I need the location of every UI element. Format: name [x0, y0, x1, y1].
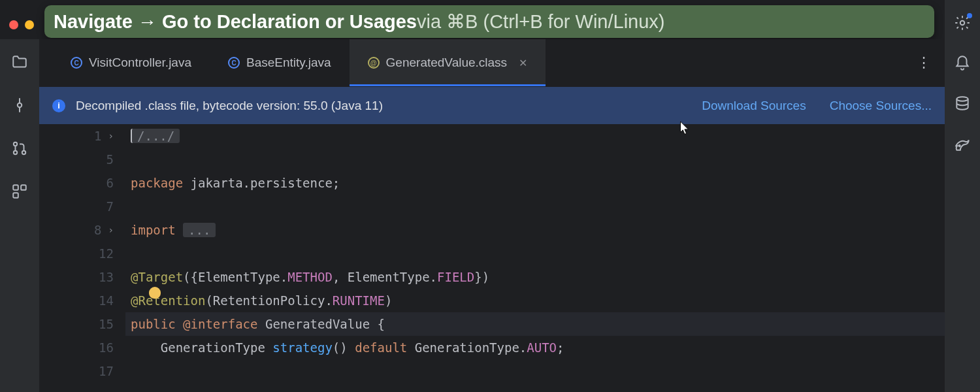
tab-overflow-menu-icon[interactable]: ⋮	[917, 54, 932, 71]
project-tool-icon[interactable]	[11, 54, 28, 71]
svg-point-9	[959, 145, 960, 146]
choose-sources-link[interactable]: Choose Sources...	[830, 99, 932, 113]
minimize-window-icon[interactable]	[25, 20, 34, 29]
window-controls[interactable]	[9, 20, 50, 29]
settings-gear-icon[interactable]	[954, 14, 971, 31]
line-number: 17	[99, 359, 114, 383]
line-number: 13	[99, 265, 114, 289]
svg-point-1	[14, 142, 17, 146]
commit-tool-icon[interactable]	[11, 97, 28, 114]
editor-tabs: C VisitController.java C BaseEntity.java…	[39, 39, 945, 86]
gradle-tool-icon[interactable]	[954, 136, 971, 153]
svg-point-7	[960, 21, 965, 25]
svg-point-0	[18, 103, 22, 108]
svg-rect-4	[13, 185, 18, 190]
folded-region[interactable]: ...	[183, 223, 216, 237]
decompiled-info-bar: i Decompiled .class file, bytecode versi…	[39, 86, 945, 124]
close-tab-icon[interactable]: ✕	[519, 57, 527, 69]
intention-bulb-icon[interactable]	[149, 287, 161, 299]
svg-point-8	[956, 97, 968, 101]
svg-point-3	[22, 151, 25, 154]
line-number: 6	[106, 171, 114, 195]
svg-point-2	[14, 151, 17, 154]
annotation-file-icon: @	[368, 57, 380, 69]
fold-chevron-icon[interactable]: ›	[108, 218, 114, 242]
tip-shortcut: via ⌘B (Ctrl+B for Win/Linux)	[417, 10, 665, 33]
tab-visitcontroller[interactable]: C VisitController.java	[52, 39, 210, 86]
class-file-icon: C	[228, 57, 240, 69]
database-tool-icon[interactable]	[954, 95, 971, 112]
fold-chevron-icon[interactable]: ›	[108, 124, 114, 148]
tab-label: GeneratedValue.class	[386, 56, 508, 70]
info-message: Decompiled .class file, bytecode version…	[76, 99, 383, 113]
class-file-icon: C	[71, 57, 82, 69]
gutter: 1› 5 6 7 8› 12 13 14 15 16 17	[39, 124, 125, 392]
tab-baseentity[interactable]: C BaseEntity.java	[210, 39, 350, 86]
pull-requests-tool-icon[interactable]	[11, 140, 28, 157]
tip-action: Navigate → Go to Declaration or Usages	[54, 11, 417, 33]
info-icon: i	[52, 99, 65, 112]
tab-label: VisitController.java	[89, 56, 191, 70]
maximize-window-icon	[41, 20, 50, 29]
line-number: 8	[94, 218, 101, 242]
line-number: 12	[99, 242, 114, 265]
svg-rect-6	[13, 193, 18, 198]
line-number: 7	[106, 195, 114, 218]
tab-generatedvalue[interactable]: @ GeneratedValue.class ✕	[350, 39, 546, 86]
svg-rect-5	[21, 185, 26, 190]
update-indicator-icon	[967, 13, 972, 18]
editor-area: C VisitController.java C BaseEntity.java…	[39, 39, 945, 392]
structure-tool-icon[interactable]	[11, 183, 28, 200]
line-number: 14	[99, 289, 114, 312]
line-number: 5	[106, 148, 114, 171]
tab-label: BaseEntity.java	[246, 56, 331, 70]
download-sources-link[interactable]: Download Sources	[702, 99, 806, 113]
line-number: 15	[99, 312, 114, 336]
folded-region[interactable]: /.../	[131, 129, 180, 143]
line-number: 16	[99, 336, 114, 359]
code-editor[interactable]: 1› 5 6 7 8› 12 13 14 15 16 17 /.../ pack…	[39, 124, 945, 392]
close-window-icon[interactable]	[9, 20, 18, 29]
right-tool-rail	[945, 0, 980, 392]
line-number: 1	[94, 124, 101, 148]
notifications-bell-icon[interactable]	[954, 55, 971, 72]
code-content[interactable]: /.../ package jakarta.persistence; impor…	[125, 124, 945, 392]
tip-banner: Navigate → Go to Declaration or Usages v…	[44, 5, 934, 38]
left-tool-rail	[0, 39, 39, 392]
